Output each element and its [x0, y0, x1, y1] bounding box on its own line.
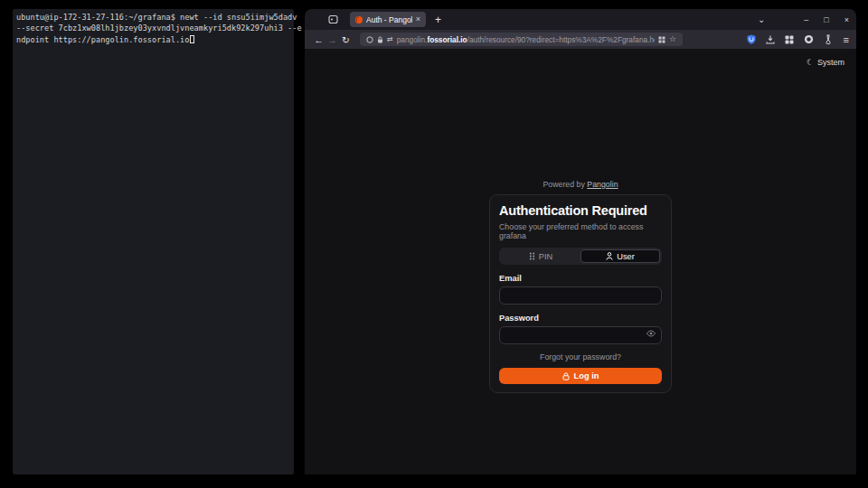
account-ring-icon[interactable]	[804, 34, 814, 44]
bookmark-star-icon[interactable]: ☆	[669, 35, 676, 43]
lock-icon	[562, 372, 570, 380]
page-actions-grid-icon[interactable]	[658, 36, 665, 43]
back-icon[interactable]: ←	[312, 34, 326, 45]
tab-title: Auth - Pangolin	[366, 15, 412, 24]
tab-auth-pangolin[interactable]: Auth - Pangolin ×	[350, 12, 426, 27]
extensions-icon[interactable]	[785, 35, 794, 44]
tab-bar: Auth - Pangolin × + ⌄ – □ ×	[305, 9, 856, 30]
user-icon	[606, 252, 613, 260]
email-label: Email	[499, 274, 662, 283]
auth-column: Powered by Pangolin Authentication Requi…	[489, 49, 672, 393]
ublock-icon[interactable]	[747, 34, 756, 44]
swap-icon[interactable]: ⇄	[387, 36, 393, 43]
navigation-bar: ← → ↻ ⇄ pangolin.fossorial.io/auth/resou…	[305, 30, 856, 49]
powered-by: Powered by Pangolin	[489, 180, 672, 189]
password-label: Password	[499, 314, 662, 323]
maximize-button[interactable]: □	[824, 15, 828, 24]
keypad-icon	[529, 252, 535, 260]
tab-close-icon[interactable]: ×	[416, 15, 420, 23]
login-button[interactable]: Log in	[499, 368, 662, 384]
terminal-cursor	[190, 35, 194, 44]
auth-card: Authentication Required Choose your pref…	[489, 194, 672, 393]
browser-window: Auth - Pangolin × + ⌄ – □ × ← → ↻ ⇄ pang…	[305, 9, 856, 474]
url-bar[interactable]: ⇄ pangolin.fossorial.io/auth/resource/90…	[360, 33, 683, 46]
shield-icon[interactable]	[366, 36, 373, 43]
terminal-line: ndpoint https://pangolin.fossorial.io	[16, 34, 290, 45]
terminal-line: ubuntu@ip-172-31-27-116:~/grafana$ newt …	[16, 12, 290, 23]
tab-user[interactable]: User	[580, 249, 660, 263]
terminal-window[interactable]: ubuntu@ip-172-31-27-116:~/grafana$ newt …	[13, 9, 294, 474]
menu-hamburger-icon[interactable]: ≡	[844, 34, 849, 45]
tab-pin-label: PIN	[539, 252, 553, 261]
new-tab-button[interactable]: +	[435, 14, 441, 25]
show-password-eye-icon[interactable]	[646, 330, 656, 337]
close-button[interactable]: ×	[844, 15, 849, 24]
pangolin-favicon	[355, 16, 363, 23]
pangolin-link[interactable]: Pangolin	[587, 180, 618, 189]
auth-method-tabs: PIN User	[499, 248, 662, 265]
reload-icon[interactable]: ↻	[339, 34, 353, 45]
url-text: pangolin.fossorial.io/auth/resource/90?r…	[397, 35, 655, 44]
card-title: Authentication Required	[499, 203, 662, 218]
lock-icon[interactable]	[377, 36, 383, 43]
forward-icon[interactable]: →	[326, 34, 339, 45]
tab-user-label: User	[617, 252, 635, 261]
theme-toggle[interactable]: ☾ System	[807, 58, 844, 67]
tab-pin[interactable]: PIN	[501, 249, 580, 263]
downloads-icon[interactable]	[766, 35, 775, 44]
login-button-label: Log in	[574, 371, 599, 380]
email-field[interactable]	[499, 286, 662, 305]
moon-icon: ☾	[807, 58, 814, 67]
theme-label: System	[817, 58, 844, 67]
card-subtitle: Choose your preferred method to access g…	[499, 222, 662, 240]
flask-icon[interactable]	[824, 34, 833, 44]
list-tabs-chevron-icon[interactable]: ⌄	[758, 14, 765, 24]
terminal-line: --secret 7cbz1xw08lh1jbzey03yxvndljvneam…	[16, 23, 290, 33]
password-field[interactable]	[499, 326, 662, 344]
forgot-password-link[interactable]: Forgot your password?	[499, 352, 662, 361]
firefox-view-icon[interactable]	[326, 14, 339, 26]
page-content: ☾ System Powered by Pangolin Authenticat…	[305, 49, 856, 474]
minimize-button[interactable]: –	[804, 15, 808, 24]
